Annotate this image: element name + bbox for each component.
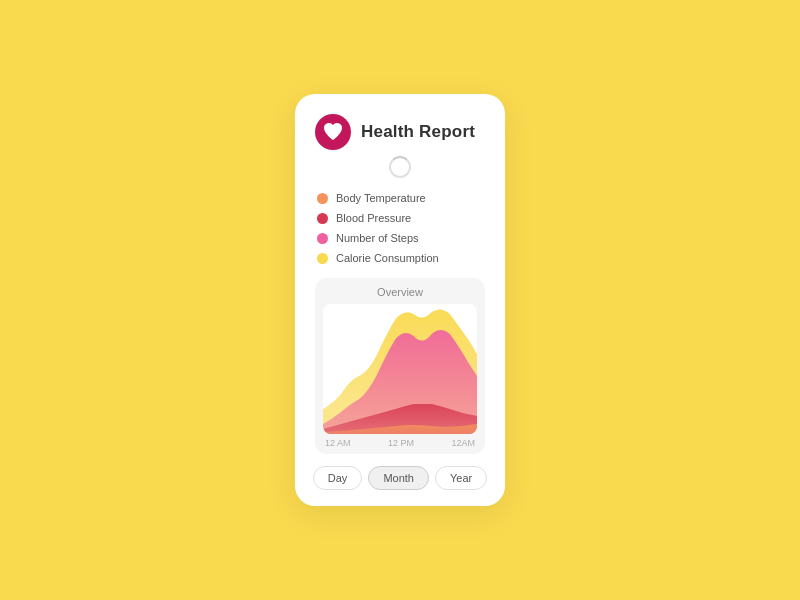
time-buttons: Day Month Year <box>315 466 485 490</box>
legend-item-2: Number of Steps <box>317 232 483 244</box>
time-label-start: 12 AM <box>325 438 351 448</box>
legend-label-3: Calorie Consumption <box>336 252 439 264</box>
heart-icon <box>315 114 351 150</box>
legend-dot-0 <box>317 193 328 204</box>
legend: Body TemperatureBlood PressureNumber of … <box>315 192 485 264</box>
spinner-container <box>315 156 485 178</box>
chart-container <box>323 304 477 434</box>
overview-title: Overview <box>323 286 477 298</box>
year-button[interactable]: Year <box>435 466 487 490</box>
legend-dot-3 <box>317 253 328 264</box>
legend-dot-2 <box>317 233 328 244</box>
time-label-end: 12AM <box>451 438 475 448</box>
legend-label-1: Blood Pressure <box>336 212 411 224</box>
legend-label-0: Body Temperature <box>336 192 426 204</box>
page-title: Health Report <box>361 122 475 142</box>
time-label-mid: 12 PM <box>388 438 414 448</box>
legend-item-3: Calorie Consumption <box>317 252 483 264</box>
loading-spinner <box>389 156 411 178</box>
health-report-card: Health Report Body TemperatureBlood Pres… <box>295 94 505 506</box>
card-header: Health Report <box>315 114 485 150</box>
time-labels: 12 AM 12 PM 12AM <box>323 434 477 448</box>
day-button[interactable]: Day <box>313 466 363 490</box>
legend-dot-1 <box>317 213 328 224</box>
overview-section: Overview <box>315 278 485 454</box>
legend-item-0: Body Temperature <box>317 192 483 204</box>
legend-item-1: Blood Pressure <box>317 212 483 224</box>
legend-label-2: Number of Steps <box>336 232 419 244</box>
month-button[interactable]: Month <box>368 466 429 490</box>
